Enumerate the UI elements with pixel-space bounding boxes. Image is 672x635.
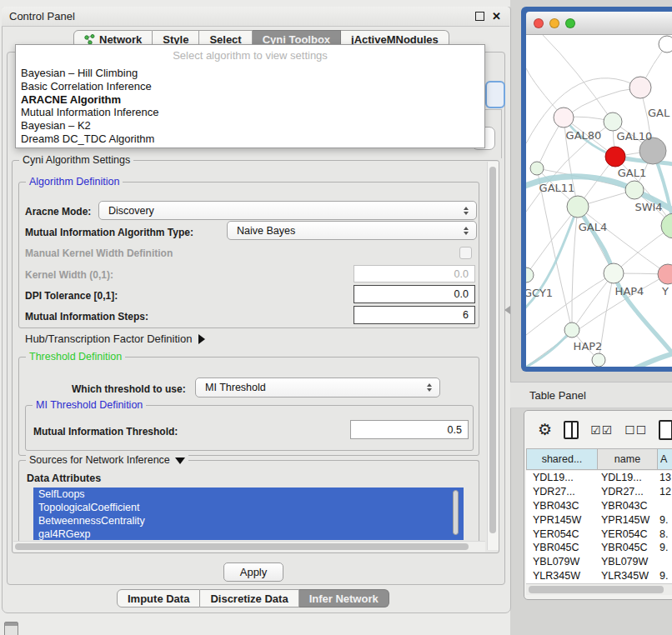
- aracne-mode-label: Aracne Mode:: [25, 206, 91, 218]
- cell[interactable]: YER054C: [526, 528, 598, 540]
- aracne-mode-combo[interactable]: Discovery: [98, 201, 477, 220]
- cell[interactable]: 9.: [658, 570, 672, 582]
- algorithm-option-aracne[interactable]: ARACNE Algorithm: [21, 93, 479, 107]
- cell[interactable]: 8.: [658, 528, 672, 540]
- table-row[interactable]: YDR27... YDR27... 12: [526, 485, 672, 499]
- mi-type-combo[interactable]: Naive Bayes: [227, 221, 477, 240]
- table-row[interactable]: YBL079W YBL079W: [526, 555, 672, 569]
- network-view-titlebar[interactable]: [526, 12, 672, 35]
- cell[interactable]: YBL079W: [526, 556, 598, 568]
- node-gal10[interactable]: [604, 112, 622, 131]
- node-partial-top[interactable]: [659, 36, 672, 52]
- cell[interactable]: YPR145W: [526, 514, 598, 526]
- close-icon[interactable]: ✕: [492, 11, 501, 22]
- list-item[interactable]: TopologicalCoefficient: [33, 501, 464, 514]
- settings-hscrollbar-thumb[interactable]: [15, 543, 469, 550]
- node-hap2[interactable]: [564, 322, 579, 338]
- zoom-traffic-light-icon[interactable]: [565, 18, 575, 28]
- settings-hscrollbar[interactable]: [13, 541, 485, 552]
- settings-scrollbar-thumb[interactable]: [489, 167, 496, 533]
- collapse-down-icon: [175, 458, 185, 464]
- cell[interactable]: YBL079W: [598, 556, 658, 568]
- attr-list-scrollbar-thumb[interactable]: [453, 490, 459, 535]
- node-gal4[interactable]: [567, 196, 589, 218]
- table-hscrollbar[interactable]: [526, 583, 672, 595]
- cell[interactable]: YDR27...: [526, 486, 598, 498]
- node-label: GAL11: [539, 182, 575, 194]
- cell[interactable]: YDL19...: [598, 472, 658, 483]
- unselect-all-columns-icon[interactable]: ☐☐: [624, 423, 647, 437]
- algorithm-option[interactable]: Dream8 DC_TDC Algorithm: [21, 132, 479, 146]
- algorithm-option[interactable]: Mutual Information Inference: [21, 106, 479, 119]
- cell[interactable]: YLR345W: [598, 570, 658, 582]
- node-gcy1[interactable]: [526, 268, 534, 282]
- panel-divider-grip-icon[interactable]: [504, 306, 510, 314]
- node-label: HAP2: [574, 340, 603, 352]
- table-row[interactable]: YLR345W YLR345W 9.: [526, 569, 672, 583]
- cell[interactable]: 12: [658, 486, 672, 498]
- dpi-tolerance-field[interactable]: 0.0: [354, 285, 475, 303]
- cell[interactable]: YBR043C: [526, 500, 598, 512]
- algorithm-option[interactable]: Basic Correlation Inference: [21, 80, 479, 93]
- node-gal11[interactable]: [530, 162, 544, 175]
- table-row[interactable]: YER054C YER054C 8.: [526, 527, 672, 541]
- settings-scrollbar[interactable]: [487, 162, 499, 550]
- gear-icon[interactable]: ⚙: [538, 422, 552, 438]
- node-partial-right[interactable]: [661, 213, 672, 238]
- cell[interactable]: YBR043C: [598, 500, 658, 512]
- attr-list-scrollbar[interactable]: [452, 489, 459, 538]
- floating-panel-icon[interactable]: [4, 622, 18, 635]
- cell[interactable]: YDL19...: [526, 472, 598, 483]
- table-row[interactable]: YBR045C YBR045C 9.: [526, 541, 672, 555]
- hub-section-header[interactable]: Hub/Transcription Factor Definition: [25, 332, 205, 345]
- node-hap4[interactable]: [604, 263, 624, 283]
- node-gal80[interactable]: [554, 108, 574, 128]
- list-item[interactable]: gal4RGexp: [33, 528, 464, 540]
- export-table-icon[interactable]: [659, 420, 672, 440]
- mi-steps-field[interactable]: 6: [354, 306, 475, 324]
- list-item[interactable]: SelfLoops: [33, 488, 464, 501]
- node-gal2[interactable]: [629, 77, 651, 98]
- table-row[interactable]: YBR043C YBR043C: [526, 499, 672, 513]
- tab-infer-network[interactable]: Infer Network: [299, 589, 389, 608]
- algorithm-option[interactable]: Bayesian – K2: [21, 119, 479, 132]
- cell[interactable]: YBR045C: [598, 542, 658, 553]
- list-item[interactable]: BetweennessCentrality: [33, 514, 464, 528]
- node-salmon[interactable]: [658, 264, 672, 284]
- node-red-gal1[interactable]: [605, 147, 625, 167]
- algorithm-definition-title: Algorithm Definition: [26, 176, 123, 188]
- table-row[interactable]: YDL19... YDL19... 13: [526, 471, 672, 485]
- node-partial-bottom[interactable]: [592, 353, 605, 367]
- minimize-traffic-light-icon[interactable]: [549, 18, 559, 28]
- cell[interactable]: 9.: [658, 514, 672, 526]
- network-graph: GAL80 GAL10 GAL1 GAL11 GAL4 SWI4 GAL HAP…: [526, 35, 672, 367]
- tab-discretize-data[interactable]: Discretize Data: [200, 589, 298, 608]
- column-header-partial[interactable]: A: [658, 448, 672, 470]
- node-swi4[interactable]: [625, 181, 644, 199]
- table-header: shared... name A: [526, 448, 672, 470]
- select-all-columns-icon[interactable]: ☑☑: [590, 423, 613, 437]
- which-threshold-combo[interactable]: MI Threshold: [195, 378, 440, 398]
- restore-window-icon[interactable]: [475, 12, 484, 21]
- algorithm-option[interactable]: Bayesian – Hill Climbing: [21, 67, 479, 80]
- tab-impute-data[interactable]: Impute Data: [117, 589, 200, 608]
- sources-group-title[interactable]: Sources for Network Inference: [26, 454, 188, 466]
- mi-threshold-field[interactable]: 0.5: [350, 420, 469, 439]
- cell[interactable]: YDR27...: [598, 486, 658, 498]
- cell[interactable]: 13: [658, 472, 672, 483]
- cell[interactable]: YBR045C: [526, 542, 598, 553]
- column-header-shared-name[interactable]: shared...: [526, 448, 598, 470]
- cell[interactable]: 9.: [658, 542, 672, 553]
- tab-impute-data-label: Impute Data: [128, 592, 189, 605]
- close-traffic-light-icon[interactable]: [534, 18, 544, 28]
- stepper-arrows-icon: [464, 207, 469, 215]
- cell[interactable]: YPR145W: [598, 514, 658, 526]
- table-row[interactable]: YPR145W YPR145W 9.: [526, 512, 672, 527]
- column-header-name[interactable]: name: [598, 448, 658, 470]
- cell[interactable]: YER054C: [598, 528, 658, 540]
- apply-button[interactable]: Apply: [223, 562, 283, 582]
- network-canvas[interactable]: GAL80 GAL10 GAL1 GAL11 GAL4 SWI4 GAL HAP…: [526, 35, 672, 367]
- cell[interactable]: YLR345W: [526, 570, 598, 582]
- table-hscrollbar-thumb[interactable]: [529, 586, 664, 593]
- columns-icon[interactable]: [564, 421, 579, 439]
